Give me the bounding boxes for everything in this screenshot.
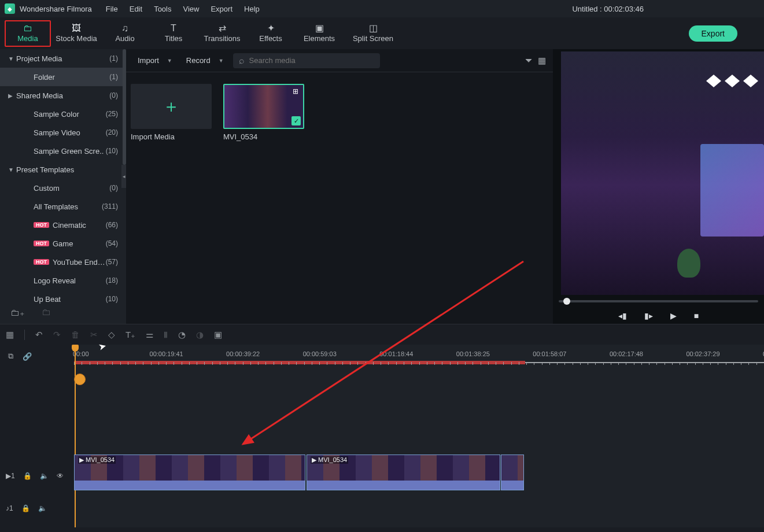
sidebar-item-10[interactable]: HOTGame(54) <box>0 234 126 253</box>
clip-label: MVI_0534 <box>223 132 304 141</box>
record-dropdown[interactable]: Record ▼ <box>182 54 228 67</box>
video-track-icon[interactable]: ▶1 <box>6 472 15 480</box>
tab-media-label: Media <box>17 34 38 43</box>
sidebar-item-label: Logo Reveal <box>34 276 106 285</box>
menu-view[interactable]: View <box>183 5 199 13</box>
text-button[interactable]: T₊ <box>126 330 135 340</box>
timeline: ⧉ 🔗 ▶1 🔒 🔈 👁 ♪1 🔒 🔈 00:0000:00:19:4100:0… <box>0 345 764 527</box>
snap-icon[interactable]: ⧉ <box>8 352 13 361</box>
tab-stock-media[interactable]: 🖼 Stock Media <box>53 20 99 47</box>
tab-transitions[interactable]: ⇄ Transitions <box>199 20 245 47</box>
sidebar-item-8[interactable]: All Templates(311) <box>0 197 126 216</box>
import-dropdown[interactable]: Import ▼ <box>133 54 177 67</box>
audio-button[interactable]: ⫴ <box>164 330 168 340</box>
timeline-ruler[interactable]: 00:0000:00:19:4100:00:39:2200:00:59:0300… <box>74 350 764 365</box>
tab-elements[interactable]: ▣ Elements <box>296 20 342 47</box>
sidebar-item-5[interactable]: Sample Green Scre..(10) <box>0 142 126 160</box>
track-lock-indicator[interactable] <box>74 374 86 385</box>
tab-audio[interactable]: ♫ Audio <box>102 20 148 47</box>
play-button[interactable]: ▶ <box>670 311 677 320</box>
top-tabs: 🗀 Media 🖼 Stock Media ♫ Audio T Titles ⇄… <box>0 17 764 49</box>
sidebar-item-4[interactable]: Sample Video(20) <box>0 123 126 142</box>
lock-icon[interactable]: 🔒 <box>21 504 30 512</box>
redo-button[interactable]: ↷ <box>53 330 61 340</box>
delete-button[interactable]: 🗑 <box>71 330 80 339</box>
mute-icon[interactable]: 🔈 <box>40 472 49 480</box>
chevron-down-icon: ▼ <box>167 58 172 64</box>
folder-icon[interactable]: 🗀 <box>42 307 51 318</box>
sidebar-item-label: Sample Video <box>34 128 106 137</box>
sidebar-item-label: YouTube Endscr.. <box>53 258 106 267</box>
caret-icon: ▼ <box>8 56 16 62</box>
search-input[interactable] <box>249 56 374 65</box>
tab-stock-label: Stock Media <box>56 34 97 43</box>
clip-label: ▶ MVI_0534 <box>311 456 348 464</box>
split-icon: ◫ <box>369 24 378 33</box>
step-button[interactable]: ▮▸ <box>644 311 653 320</box>
sidebar-item-0[interactable]: ▼Project Media(1) <box>0 49 126 68</box>
render-button[interactable]: ▣ <box>214 330 222 340</box>
sidebar-item-12[interactable]: Logo Reveal(18) <box>0 271 126 290</box>
mute-icon[interactable]: 🔈 <box>38 504 47 512</box>
audio-track-icon[interactable]: ♪1 <box>6 504 13 512</box>
title-bar: Wondershare Filmora File Edit Tools View… <box>0 0 764 17</box>
search-box[interactable]: ⌕ <box>233 53 380 68</box>
adjust-button[interactable]: ⚌ <box>146 330 153 340</box>
seek-bar[interactable] <box>559 300 758 302</box>
media-header: Import ▼ Record ▼ ⌕ ⏷ ▦ <box>126 49 553 72</box>
lock-icon[interactable]: 🔒 <box>23 472 32 480</box>
transitions-icon: ⇄ <box>219 24 226 33</box>
plus-icon: ＋ <box>163 95 180 119</box>
speed-button[interactable]: ◔ <box>178 330 186 340</box>
sidebar-item-6[interactable]: ▼Preset Templates <box>0 160 126 179</box>
preview-canvas[interactable] <box>561 51 764 295</box>
menu-help[interactable]: Help <box>244 5 260 13</box>
timeline-left-gutter: ⧉ 🔗 ▶1 🔒 🔈 👁 ♪1 🔒 🔈 <box>0 345 74 527</box>
menu-export[interactable]: Export <box>211 5 232 13</box>
seek-knob[interactable] <box>563 298 570 305</box>
media-clip-card[interactable]: ⊞ ✓ MVI_0534 <box>223 84 304 141</box>
clip-menu-icon[interactable]: ⊞ <box>293 87 301 95</box>
menu-tools[interactable]: Tools <box>154 5 171 13</box>
prev-frame-button[interactable]: ◂▮ <box>618 311 627 320</box>
link-icon[interactable]: 🔗 <box>23 352 32 361</box>
tab-effects[interactable]: ✦ Effects <box>248 20 294 47</box>
cut-button[interactable]: ✂ <box>90 330 98 340</box>
clip-thumbnail: ⊞ ✓ <box>223 84 304 129</box>
tab-split-screen[interactable]: ◫ Split Screen <box>345 20 401 47</box>
tab-audio-label: Audio <box>115 34 134 43</box>
new-folder-icon[interactable]: 🗀₊ <box>10 307 24 318</box>
menu-file[interactable]: File <box>106 5 118 13</box>
export-button[interactable]: Export <box>689 25 737 42</box>
sidebar-item-3[interactable]: Sample Color(25) <box>0 105 126 123</box>
color-button[interactable]: ◑ <box>196 330 204 340</box>
menu-edit[interactable]: Edit <box>130 5 142 13</box>
sidebar-item-2[interactable]: ▶Shared Media(0) <box>0 86 126 105</box>
timeline-clip[interactable]: ▶ MVI_0534 <box>307 455 500 490</box>
undo-button[interactable]: ↶ <box>35 330 43 340</box>
sidebar-item-9[interactable]: HOTCinematic(66) <box>0 216 126 234</box>
filter-icon[interactable]: ⏷ <box>525 56 533 65</box>
sidebar-item-11[interactable]: HOTYouTube Endscr..(57) <box>0 253 126 271</box>
sidebar-item-label: Game <box>53 239 106 248</box>
eye-icon[interactable]: 👁 <box>57 472 64 480</box>
sidebar-item-count: (311) <box>102 202 118 210</box>
marker-button[interactable]: ◇ <box>108 330 115 340</box>
layout-icon[interactable]: ▦ <box>6 330 14 340</box>
collapse-sidebar-handle[interactable]: ◂ <box>121 165 126 188</box>
ruler-label: 00:02:37:29 <box>686 350 719 357</box>
tab-media[interactable]: 🗀 Media <box>5 20 51 47</box>
sidebar-item-1[interactable]: Folder(1) <box>0 68 126 86</box>
import-media-card[interactable]: ＋ Import Media <box>131 84 212 141</box>
preview-panel: ◂▮ ▮▸ ▶ ■ <box>553 49 764 324</box>
grid-view-icon[interactable]: ▦ <box>538 56 546 66</box>
stop-button[interactable]: ■ <box>694 311 699 320</box>
timeline-tracks[interactable]: ▶ MVI_0534▶ MVI_0534 <box>74 368 764 527</box>
sidebar-item-7[interactable]: Custom(0) <box>0 179 126 197</box>
tab-titles[interactable]: T Titles <box>150 20 197 47</box>
timeline-clip[interactable] <box>501 455 524 490</box>
audio-icon: ♫ <box>121 24 128 33</box>
sidebar-item-label: Up Beat <box>34 295 106 304</box>
ruler-label: 00:01:38:25 <box>456 350 490 357</box>
timeline-clip[interactable]: ▶ MVI_0534 <box>74 455 305 490</box>
